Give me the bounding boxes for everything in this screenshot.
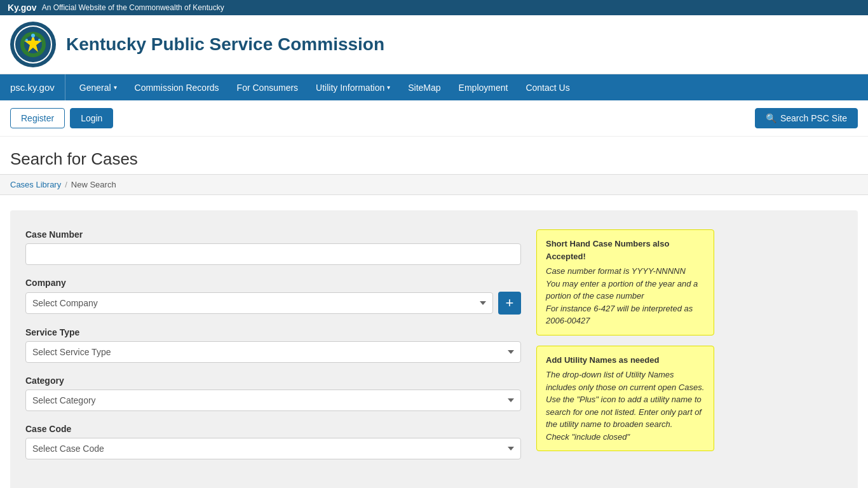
info-box-utility-names-line3: Check "include closed" bbox=[546, 431, 705, 444]
nav-item-sitemap[interactable]: SiteMap bbox=[399, 75, 449, 100]
category-group: Category Select Category bbox=[25, 376, 521, 411]
info-box-case-numbers-line2: You may enter a portion of the year and … bbox=[546, 278, 705, 302]
company-label: Company bbox=[25, 278, 521, 288]
page-title-area: Search for Cases bbox=[0, 137, 868, 174]
svg-point-6 bbox=[31, 34, 35, 37]
logo-svg bbox=[11, 23, 55, 66]
info-box-case-numbers-title: Short Hand Case Numbers also Accepted! bbox=[546, 238, 705, 262]
form-panel: Case Number Company Select Company + Ser… bbox=[10, 210, 858, 488]
header: Kentucky Public Service Commission bbox=[0, 15, 868, 74]
nav-bar: psc.ky.gov General ▾ Commission Records … bbox=[0, 74, 868, 100]
info-box-utility-names-title: Add Utility Names as needed bbox=[546, 354, 705, 367]
auth-buttons: Register Login bbox=[10, 108, 113, 128]
service-type-group: Service Type Select Service Type bbox=[25, 327, 521, 363]
case-number-label: Case Number bbox=[25, 229, 521, 240]
site-title: Kentucky Public Service Commission bbox=[66, 34, 384, 55]
breadcrumb-cases-library[interactable]: Cases Library bbox=[10, 180, 61, 189]
chevron-down-icon: ▾ bbox=[114, 84, 117, 91]
form-right: Short Hand Case Numbers also Accepted! C… bbox=[536, 229, 714, 472]
case-code-group: Case Code Select Case Code bbox=[25, 424, 521, 459]
company-select[interactable]: Select Company bbox=[25, 292, 493, 314]
add-company-button[interactable]: + bbox=[498, 292, 521, 315]
nav-site-label: psc.ky.gov bbox=[10, 74, 65, 100]
top-bar: Ky.gov An Official Website of the Common… bbox=[0, 0, 868, 15]
service-type-label: Service Type bbox=[25, 327, 521, 337]
login-button[interactable]: Login bbox=[70, 108, 113, 128]
action-bar: Register Login 🔍 Search PSC Site bbox=[0, 100, 868, 137]
info-box-case-numbers-line3: For instance 6-427 will be interpreted a… bbox=[546, 302, 705, 327]
breadcrumb-separator: / bbox=[65, 180, 67, 189]
ky-gov-label: Ky.gov bbox=[8, 3, 37, 13]
category-select[interactable]: Select Category bbox=[25, 390, 521, 411]
nav-item-commission-records[interactable]: Commission Records bbox=[126, 75, 228, 100]
svg-point-7 bbox=[38, 39, 41, 41]
case-number-input[interactable] bbox=[25, 243, 521, 265]
case-code-label: Case Code bbox=[25, 424, 521, 434]
logo bbox=[10, 22, 56, 67]
info-box-case-numbers: Short Hand Case Numbers also Accepted! C… bbox=[536, 229, 714, 336]
nav-item-contact-us[interactable]: Contact Us bbox=[517, 75, 578, 100]
service-type-select[interactable]: Select Service Type bbox=[25, 341, 521, 363]
chevron-down-icon-utility: ▾ bbox=[387, 84, 390, 91]
case-number-group: Case Number bbox=[25, 229, 521, 265]
nav-item-general[interactable]: General ▾ bbox=[71, 75, 126, 100]
category-label: Category bbox=[25, 376, 521, 386]
nav-item-for-consumers[interactable]: For Consumers bbox=[228, 75, 307, 100]
svg-point-8 bbox=[25, 39, 28, 41]
search-icon: 🔍 bbox=[766, 113, 776, 123]
nav-item-employment[interactable]: Employment bbox=[450, 75, 517, 100]
top-bar-tagline: An Official Website of the Commonwealth … bbox=[42, 3, 224, 12]
company-row: Select Company + bbox=[25, 292, 521, 315]
breadcrumb-current: New Search bbox=[71, 180, 116, 189]
case-code-select[interactable]: Select Case Code bbox=[25, 438, 521, 459]
breadcrumb: Cases Library / New Search bbox=[0, 174, 868, 195]
main-content: Case Number Company Select Company + Ser… bbox=[0, 195, 868, 488]
nav-item-utility-information[interactable]: Utility Information ▾ bbox=[307, 75, 399, 100]
search-psc-button[interactable]: 🔍 Search PSC Site bbox=[755, 108, 858, 128]
info-box-utility-names-line2: Use the "Plus" icon to add a utility nam… bbox=[546, 393, 705, 431]
page-title: Search for Cases bbox=[10, 149, 858, 169]
company-group: Company Select Company + bbox=[25, 278, 521, 315]
form-left: Case Number Company Select Company + Ser… bbox=[25, 229, 521, 472]
info-box-case-numbers-line1: Case number format is YYYY-NNNNN bbox=[546, 265, 705, 278]
info-box-utility-names-line1: The drop-down list of Utility Names incl… bbox=[546, 369, 705, 393]
register-button[interactable]: Register bbox=[10, 108, 65, 128]
info-box-utility-names: Add Utility Names as needed The drop-dow… bbox=[536, 346, 714, 452]
